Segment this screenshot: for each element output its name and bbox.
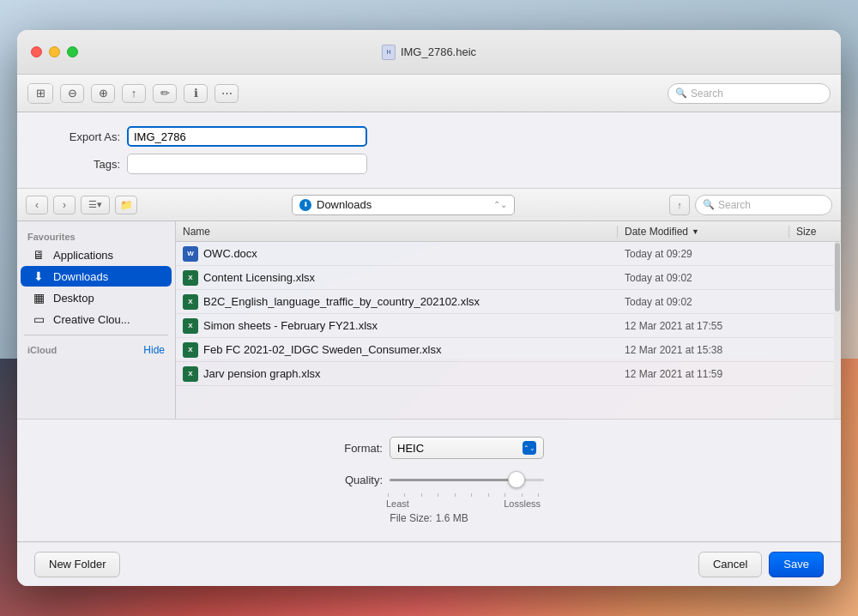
file-name: X B2C_English_language_traffic_by_countr…	[176, 294, 618, 310]
file-date: 12 Mar 2021 at 17:55	[618, 320, 789, 332]
maximize-button[interactable]	[67, 46, 78, 57]
sidebar-item-applications[interactable]: 🖥 Applications	[21, 245, 172, 265]
downloads-icon: ⬇	[31, 269, 46, 283]
tick	[538, 493, 539, 497]
file-date: Today at 09:02	[618, 296, 789, 308]
file-date: Today at 09:29	[618, 248, 789, 260]
sidebar-item-downloads[interactable]: ⬇ Downloads	[21, 266, 172, 287]
search-icon: 🔍	[675, 88, 687, 99]
format-row: Format: HEIC ⌃⌄	[34, 437, 824, 459]
save-dialog: H IMG_2786.heic ⊞ ⊖ ⊕ ↑ ✏ ℹ ⋯ 🔍 Search E…	[17, 30, 841, 586]
browser-toolbar: ‹ › ☰▾ 📁 ⬇ Downloads ⌃⌄ ↑ 🔍 Search	[17, 189, 841, 221]
file-date: 12 Mar 2021 at 11:59	[618, 368, 789, 380]
table-row[interactable]: W OWC.docx Today at 09:29	[176, 242, 841, 266]
applications-icon: 🖥	[31, 248, 46, 262]
traffic-lights	[31, 46, 78, 57]
table-row[interactable]: X Jarv pension graph.xlsx 12 Mar 2021 at…	[176, 362, 841, 386]
back-button[interactable]: ‹	[26, 196, 48, 214]
favourites-label: Favourites	[17, 228, 175, 244]
window-title-area: H IMG_2786.heic	[382, 45, 476, 60]
least-label: Least	[386, 498, 409, 509]
dropdown-arrows-icon: ⌃⌄	[493, 200, 507, 209]
title-bar: H IMG_2786.heic	[17, 30, 841, 75]
scrollbar-thumb[interactable]	[835, 243, 840, 311]
browser-search-placeholder: Search	[718, 199, 751, 211]
cancel-button[interactable]: Cancel	[698, 552, 762, 577]
table-row[interactable]: X B2C_English_language_traffic_by_countr…	[176, 290, 841, 314]
select-arrow-icon: ⌃⌄	[523, 441, 536, 455]
close-button[interactable]	[31, 46, 42, 57]
slider-thumb[interactable]	[508, 471, 525, 488]
tick	[438, 493, 438, 497]
file-name: X Feb FC 2021-02_IDGC Sweden_Consumer.xl…	[176, 342, 618, 358]
browser-search-box[interactable]: 🔍 Search	[695, 195, 832, 215]
info-button[interactable]: ℹ	[184, 84, 208, 103]
export-area: Export As: Tags:	[17, 112, 841, 189]
excel-icon: X	[183, 318, 198, 334]
table-row[interactable]: X Simon sheets - February FY21.xlsx 12 M…	[176, 314, 841, 338]
file-list-header: Name Date Modified ▼ Size	[176, 221, 841, 242]
location-text: Downloads	[317, 198, 372, 211]
hide-button[interactable]: Hide	[143, 344, 165, 356]
file-name: X Simon sheets - February FY21.xlsx	[176, 318, 618, 334]
quality-slider[interactable]	[390, 469, 544, 490]
file-list: W OWC.docx Today at 09:29 X Content Lice…	[176, 242, 841, 386]
location-dropdown[interactable]: ⬇ Downloads ⌃⌄	[292, 195, 515, 215]
table-row[interactable]: X Feb FC 2021-02_IDGC Sweden_Consumer.xl…	[176, 338, 841, 362]
new-folder-toolbar-button[interactable]: 📁	[115, 196, 137, 214]
export-as-input[interactable]	[127, 126, 367, 147]
up-button[interactable]: ↑	[669, 195, 690, 215]
quality-slider-row: Quality:	[314, 469, 544, 490]
tick	[505, 493, 505, 497]
tags-input[interactable]	[127, 154, 367, 174]
col-header-name: Name	[176, 226, 618, 238]
view-options-button[interactable]: ☰▾	[81, 196, 110, 214]
zoom-out-button[interactable]: ⊖	[60, 84, 84, 103]
view-controls: ⊞	[27, 83, 53, 104]
toolbar-search-box[interactable]: 🔍 Search	[668, 83, 831, 104]
applications-label: Applications	[53, 249, 113, 262]
scrollbar[interactable]	[834, 242, 841, 419]
tick	[488, 493, 489, 497]
forward-button[interactable]: ›	[53, 196, 76, 214]
sidebar-item-creative-cloud[interactable]: ▭ Creative Clou...	[21, 309, 172, 329]
slider-track	[390, 479, 544, 481]
app-toolbar: ⊞ ⊖ ⊕ ↑ ✏ ℹ ⋯ 🔍 Search	[17, 75, 841, 112]
file-icon: H	[382, 45, 396, 60]
sidebar-toggle-button[interactable]: ⊞	[28, 84, 52, 103]
save-button[interactable]: Save	[769, 552, 824, 577]
edit-button[interactable]: ✏	[153, 84, 177, 103]
file-list-area: Name Date Modified ▼ Size W OWC.docx Tod…	[176, 221, 841, 419]
file-date: Today at 09:02	[618, 272, 789, 284]
browser-area: Favourites 🖥 Applications ⬇ Downloads ▦ …	[17, 221, 841, 419]
action-button[interactable]: ⋯	[214, 84, 239, 103]
file-name: W OWC.docx	[176, 246, 618, 262]
col-header-size: Size	[789, 226, 841, 238]
zoom-in-button[interactable]: ⊕	[91, 84, 115, 103]
tick	[455, 493, 456, 497]
format-value: HEIC	[397, 442, 424, 455]
excel-icon: X	[183, 342, 198, 358]
format-label: Format:	[314, 442, 383, 455]
export-as-label: Export As:	[34, 130, 120, 143]
format-select[interactable]: HEIC ⌃⌄	[390, 437, 544, 459]
slider-labels: Least Lossless	[386, 498, 541, 509]
tick	[522, 493, 523, 497]
toolbar-search-placeholder: Search	[691, 88, 723, 100]
excel-icon: X	[183, 366, 198, 382]
file-name: X Jarv pension graph.xlsx	[176, 366, 618, 382]
creative-cloud-icon: ▭	[31, 312, 46, 326]
minimize-button[interactable]	[49, 46, 60, 57]
tags-label: Tags:	[34, 158, 120, 171]
new-folder-button[interactable]: New Folder	[34, 552, 120, 577]
quality-row: Quality:	[34, 469, 824, 509]
browser-section: ‹ › ☰▾ 📁 ⬇ Downloads ⌃⌄ ↑ 🔍 Search Favou…	[17, 189, 841, 419]
desktop-icon: ▦	[31, 291, 46, 305]
bottom-bar: New Folder Cancel Save	[17, 541, 841, 586]
location-icon: ⬇	[299, 199, 311, 211]
filesize-value: 1.6 MB	[436, 512, 468, 524]
table-row[interactable]: X Content Licensing.xlsx Today at 09:02	[176, 266, 841, 290]
sidebar-item-desktop[interactable]: ▦ Desktop	[21, 287, 172, 308]
share-button[interactable]: ↑	[122, 84, 146, 103]
tick	[388, 493, 389, 497]
